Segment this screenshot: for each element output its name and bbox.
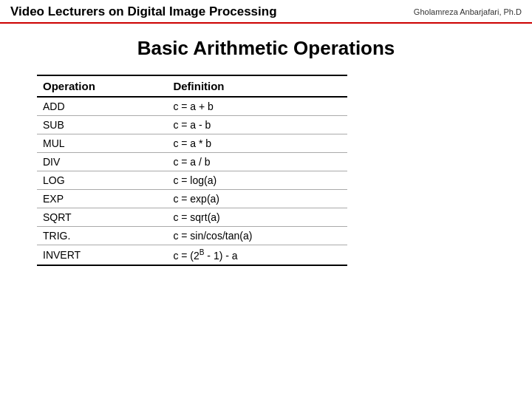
table-row: SUBc = a - b xyxy=(37,116,347,134)
operation-cell: SQRT xyxy=(37,208,167,227)
definition-cell: c = (2B - 1) - a xyxy=(167,245,347,265)
table-row: ADDc = a + b xyxy=(37,97,347,116)
col-header-definition: Definition xyxy=(167,75,347,97)
definition-cell: c = a - b xyxy=(167,116,347,134)
table-row: DIVc = a / b xyxy=(37,153,347,171)
table-row: MULc = a * b xyxy=(37,134,347,153)
page-title: Basic Arithmetic Operations xyxy=(137,37,395,59)
table-row: TRIG.c = sin/cos/tan(a) xyxy=(37,227,347,245)
operation-cell: ADD xyxy=(37,97,167,116)
table-row: EXPc = exp(a) xyxy=(37,190,347,208)
operation-cell: DIV xyxy=(37,153,167,171)
operation-cell: SUB xyxy=(37,116,167,134)
header-title: Video Lecturers on Digital Image Process… xyxy=(10,4,277,19)
definition-cell: c = sin/cos/tan(a) xyxy=(167,227,347,245)
page-title-container: Basic Arithmetic Operations xyxy=(0,24,532,75)
definition-cell: c = a + b xyxy=(167,97,347,116)
table-row: SQRTc = sqrt(a) xyxy=(37,208,347,227)
operation-cell: MUL xyxy=(37,134,167,153)
definition-cell: c = log(a) xyxy=(167,171,347,190)
table-container: Operation Definition ADDc = a + bSUBc = … xyxy=(0,75,532,266)
table-body: ADDc = a + bSUBc = a - bMULc = a * bDIVc… xyxy=(37,97,347,265)
table-row: LOGc = log(a) xyxy=(37,171,347,190)
definition-cell: c = a / b xyxy=(167,153,347,171)
header: Video Lecturers on Digital Image Process… xyxy=(0,0,532,24)
operation-cell: TRIG. xyxy=(37,227,167,245)
operation-cell: LOG xyxy=(37,171,167,190)
definition-cell: c = exp(a) xyxy=(167,190,347,208)
header-author: Gholamreza Anbarjafari, Ph.D xyxy=(414,7,522,16)
definition-cell: c = a * b xyxy=(167,134,347,153)
table-row: INVERTc = (2B - 1) - a xyxy=(37,245,347,265)
operation-cell: EXP xyxy=(37,190,167,208)
definition-cell: c = sqrt(a) xyxy=(167,208,347,227)
operations-table: Operation Definition ADDc = a + bSUBc = … xyxy=(37,75,347,266)
table-header-row: Operation Definition xyxy=(37,75,347,97)
col-header-operation: Operation xyxy=(37,75,167,97)
operation-cell: INVERT xyxy=(37,245,167,265)
